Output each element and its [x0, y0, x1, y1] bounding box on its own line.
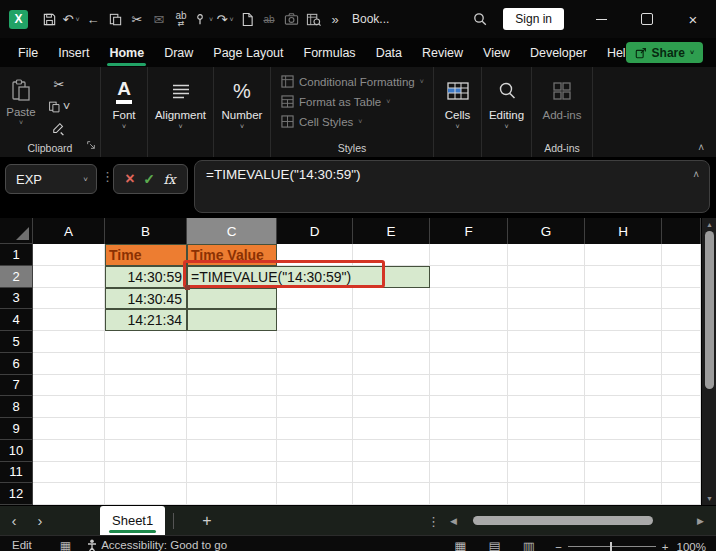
vertical-scrollbar-thumb[interactable]: [705, 231, 714, 389]
new-file-icon[interactable]: [236, 7, 258, 31]
cell-G1[interactable]: [508, 244, 585, 266]
touch-mode-icon[interactable]: ˅: [192, 7, 214, 31]
cell-H8[interactable]: [585, 396, 662, 418]
replace-icon[interactable]: ab⇄: [170, 7, 192, 31]
zoom-in-icon[interactable]: +: [662, 541, 669, 551]
tab-view[interactable]: View: [473, 38, 520, 67]
name-box[interactable]: EXP ˅: [5, 164, 97, 194]
cell-H7[interactable]: [585, 375, 662, 397]
editing-group[interactable]: Editing ˅: [482, 67, 532, 157]
sheetbar-options-icon[interactable]: ⋮: [427, 514, 440, 529]
cell-B12[interactable]: [105, 483, 187, 505]
cell-H10[interactable]: [585, 440, 662, 462]
cell-E4[interactable]: [353, 309, 430, 331]
cell-F3[interactable]: [430, 288, 508, 310]
cell-A6[interactable]: [33, 353, 105, 375]
cell-G10[interactable]: [508, 440, 585, 462]
cell-B7[interactable]: [105, 375, 187, 397]
cell-H6[interactable]: [585, 353, 662, 375]
cell-D8[interactable]: [277, 396, 353, 418]
font-group[interactable]: A Font ˅: [101, 67, 148, 157]
scroll-down-icon[interactable]: ▼: [702, 495, 716, 502]
column-header-F[interactable]: F: [430, 218, 508, 244]
tab-developer[interactable]: Developer: [520, 38, 597, 67]
cell-H9[interactable]: [585, 418, 662, 440]
cell-F4[interactable]: [430, 309, 508, 331]
cell-A12[interactable]: [33, 483, 105, 505]
cell-D3[interactable]: [277, 288, 353, 310]
dialog-launcher-icon[interactable]: [86, 136, 96, 154]
cell-B9[interactable]: [105, 418, 187, 440]
cell-C9[interactable]: [187, 418, 277, 440]
cell-E8[interactable]: [353, 396, 430, 418]
tab-formulas[interactable]: Formulas: [294, 38, 366, 67]
cell-A11[interactable]: [33, 462, 105, 484]
conditional-formatting-button[interactable]: Conditional Formatting˅: [281, 75, 433, 88]
cell-D6[interactable]: [277, 353, 353, 375]
enter-icon[interactable]: ✓: [143, 171, 155, 187]
copy-button[interactable]: ˅: [48, 98, 71, 115]
undo-icon[interactable]: ↶˅: [60, 7, 82, 31]
paste-button[interactable]: Paste ˅: [0, 67, 42, 137]
row-header-11[interactable]: 11: [0, 462, 33, 484]
row-header-10[interactable]: 10: [0, 440, 33, 462]
cell-partial12[interactable]: [662, 483, 701, 505]
cell-C6[interactable]: [187, 353, 277, 375]
cell-F1[interactable]: [430, 244, 508, 266]
vertical-scrollbar[interactable]: ▲ ▼: [701, 218, 716, 505]
column-header-H[interactable]: H: [585, 218, 662, 244]
cell-G8[interactable]: [508, 396, 585, 418]
row-header-7[interactable]: 7: [0, 375, 33, 397]
minimize-button[interactable]: [578, 0, 624, 38]
cell-E12[interactable]: [353, 483, 430, 505]
cell-H3[interactable]: [585, 288, 662, 310]
share-button[interactable]: Share˅: [626, 42, 703, 63]
tab-insert[interactable]: Insert: [48, 38, 99, 67]
cell-B1[interactable]: Time: [105, 244, 187, 266]
cells-group[interactable]: Cells ˅: [434, 67, 482, 157]
cut-icon[interactable]: ✂: [126, 7, 148, 31]
row-header-8[interactable]: 8: [0, 396, 33, 418]
cell-G5[interactable]: [508, 331, 585, 353]
cell-E3[interactable]: [353, 288, 430, 310]
tab-home[interactable]: Home: [99, 38, 154, 67]
cell-B10[interactable]: [105, 440, 187, 462]
cell-E6[interactable]: [353, 353, 430, 375]
cell-E7[interactable]: [353, 375, 430, 397]
column-header-B[interactable]: B: [105, 218, 187, 244]
back-icon[interactable]: ←: [82, 7, 104, 31]
cell-F8[interactable]: [430, 396, 508, 418]
zoom-slider[interactable]: [568, 546, 656, 547]
cancel-icon[interactable]: ×: [125, 171, 134, 187]
scroll-left-icon[interactable]: ◀: [450, 516, 457, 526]
cell-partial11[interactable]: [662, 462, 701, 484]
row-header-2[interactable]: 2: [0, 266, 33, 288]
cell-G9[interactable]: [508, 418, 585, 440]
cell-A9[interactable]: [33, 418, 105, 440]
cell-partial3[interactable]: [662, 288, 701, 310]
cell-E5[interactable]: [353, 331, 430, 353]
cell-F9[interactable]: [430, 418, 508, 440]
save-icon[interactable]: [38, 7, 60, 31]
cell-F11[interactable]: [430, 462, 508, 484]
cell-C10[interactable]: [187, 440, 277, 462]
cell-F7[interactable]: [430, 375, 508, 397]
cell-C7[interactable]: [187, 375, 277, 397]
cell-C4[interactable]: [187, 309, 277, 331]
cell-G4[interactable]: [508, 309, 585, 331]
number-group[interactable]: % Number ˅: [214, 67, 271, 157]
collapse-ribbon-icon[interactable]: ˄: [698, 142, 704, 153]
cell-B8[interactable]: [105, 396, 187, 418]
insert-function-icon[interactable]: fx: [164, 172, 176, 187]
cell-A5[interactable]: [33, 331, 105, 353]
column-header-E[interactable]: E: [353, 218, 430, 244]
cell-partial1[interactable]: [662, 244, 701, 266]
cut-button[interactable]: ✂: [54, 76, 65, 93]
column-header-partial[interactable]: [662, 218, 701, 244]
sign-in-button[interactable]: Sign in: [503, 8, 564, 30]
zoom-level[interactable]: 100%: [677, 541, 706, 551]
cell-G12[interactable]: [508, 483, 585, 505]
cell-E10[interactable]: [353, 440, 430, 462]
cell-A7[interactable]: [33, 375, 105, 397]
lookup-sheet-icon[interactable]: [302, 7, 324, 31]
